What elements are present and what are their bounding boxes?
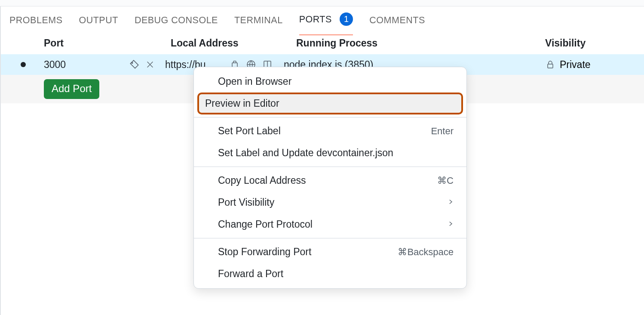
chevron-right-icon	[448, 219, 454, 230]
add-port-button[interactable]: Add Port	[44, 79, 99, 99]
menu-forward-a-port[interactable]: Forward a Port	[194, 263, 466, 285]
port-number: 3000	[44, 59, 129, 71]
menu-set-port-label[interactable]: Set Port Label Enter	[194, 120, 466, 142]
menu-forward-a-port-label: Forward a Port	[218, 268, 283, 280]
tab-problems[interactable]: PROBLEMS	[9, 15, 62, 34]
menu-open-in-browser-label: Open in Browser	[218, 76, 291, 87]
menu-change-port-protocol-label: Change Port Protocol	[218, 219, 313, 230]
port-visibility: Private	[545, 59, 644, 71]
tab-ports[interactable]: PORTS 1	[299, 13, 353, 35]
menu-stop-forwarding-shortcut: ⌘Backspace	[398, 247, 454, 258]
port-row-actions	[129, 59, 155, 70]
menu-divider	[194, 167, 466, 167]
menu-stop-forwarding-label: Stop Forwarding Port	[218, 246, 311, 258]
tab-output[interactable]: OUTPUT	[79, 15, 118, 34]
menu-copy-local-address-shortcut: ⌘C	[437, 175, 454, 186]
menu-set-label-devcontainer[interactable]: Set Label and Update devcontainer.json	[194, 142, 466, 164]
port-context-menu: Open in Browser Preview in Editor Set Po…	[193, 67, 467, 289]
header-local-address: Local Address	[171, 37, 296, 49]
port-status-dot-icon	[21, 62, 26, 67]
header-visibility: Visibility	[545, 37, 644, 49]
lock-icon	[545, 59, 555, 70]
svg-rect-3	[548, 64, 553, 68]
tag-icon[interactable]	[129, 59, 140, 70]
menu-change-port-protocol[interactable]: Change Port Protocol	[194, 213, 466, 235]
menu-copy-local-address-label: Copy Local Address	[218, 175, 306, 186]
menu-set-port-label-label: Set Port Label	[218, 125, 281, 137]
menu-stop-forwarding[interactable]: Stop Forwarding Port ⌘Backspace	[194, 241, 466, 263]
ports-count-badge: 1	[340, 12, 353, 26]
panel-tabs: PROBLEMS OUTPUT DEBUG CONSOLE TERMINAL P…	[0, 6, 644, 33]
menu-set-port-label-shortcut: Enter	[431, 126, 454, 137]
tab-debug-console[interactable]: DEBUG CONSOLE	[135, 15, 218, 34]
menu-preview-in-editor-label: Preview in Editor	[202, 98, 279, 109]
header-port: Port	[44, 37, 171, 49]
menu-port-visibility[interactable]: Port Visibility	[194, 191, 466, 213]
tab-ports-label: PORTS	[299, 14, 332, 25]
tab-terminal[interactable]: TERMINAL	[234, 15, 283, 34]
menu-copy-local-address[interactable]: Copy Local Address ⌘C	[194, 170, 466, 191]
ports-table-header: Port Local Address Running Process Visib…	[0, 33, 644, 54]
window-top-border	[0, 0, 644, 6]
menu-divider	[194, 238, 466, 238]
menu-divider	[194, 117, 466, 117]
menu-set-label-devcontainer-label: Set Label and Update devcontainer.json	[218, 147, 393, 159]
menu-open-in-browser[interactable]: Open in Browser	[194, 71, 466, 93]
chevron-right-icon	[448, 197, 454, 208]
menu-preview-in-editor[interactable]: Preview in Editor	[197, 93, 463, 114]
menu-port-visibility-label: Port Visibility	[218, 197, 274, 208]
tab-comments[interactable]: COMMENTS	[369, 15, 425, 34]
port-visibility-label: Private	[560, 59, 591, 71]
header-running-process: Running Process	[296, 37, 545, 49]
close-icon[interactable]	[145, 60, 155, 69]
